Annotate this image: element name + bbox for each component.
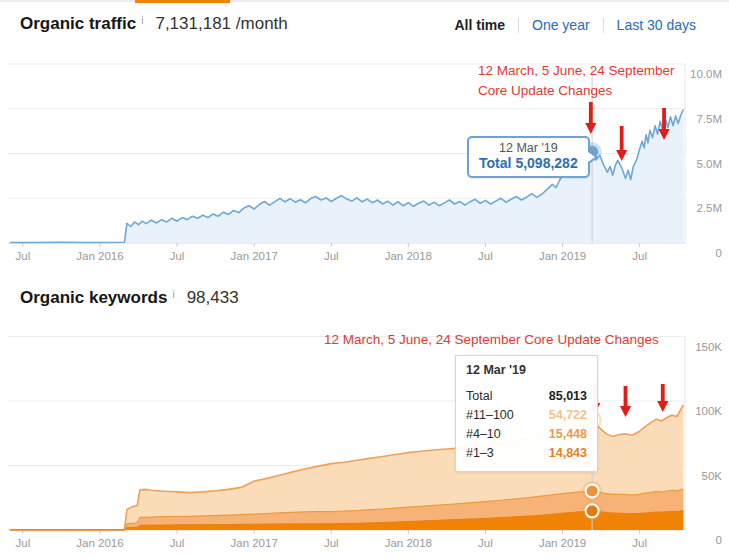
keywords-value: 98,433 — [187, 288, 239, 308]
info-icon[interactable]: i — [172, 289, 174, 300]
x-axis-label: Jul — [324, 537, 339, 549]
keywords-header: Organic keywords i 98,433 — [20, 288, 239, 308]
tooltip-row: #1–314,843 — [466, 444, 587, 463]
x-axis-label: Jul — [632, 537, 647, 549]
traffic-tooltip: 12 Mar '19 Total5,098,282 — [467, 136, 590, 178]
traffic-header: Organic traffic i 7,131,181 /month — [20, 14, 288, 34]
keywords-data-point-marker — [586, 484, 599, 497]
analytics-panel: 10.0M7.5M5.0M2.5M0JulJan 2016JulJan 2017… — [0, 0, 729, 559]
keywords-title: Organic keywords — [20, 288, 167, 308]
x-axis-label: Jul — [15, 537, 30, 549]
x-axis-label: Jan 2018 — [385, 537, 432, 549]
time-range-switcher: All time One year Last 30 days — [454, 17, 696, 33]
tooltip-row: #4–1015,448 — [466, 425, 587, 444]
tooltip-date: 12 Mar '19 — [466, 363, 587, 377]
info-icon[interactable]: i — [141, 15, 143, 26]
range-divider — [603, 18, 604, 33]
traffic-value: 7,131,181 /month — [155, 14, 287, 34]
annotation-line-1: 12 March, 5 June, 24 September — [478, 61, 675, 81]
y-axis-label: 150K — [695, 341, 722, 353]
traffic-title: Organic traffic — [20, 14, 136, 34]
tooltip-total: Total5,098,282 — [479, 155, 578, 171]
tooltip-row: #11–10054,722 — [466, 406, 587, 425]
tooltip-row: Total85,013 — [466, 387, 587, 406]
x-axis-label: Jan 2019 — [539, 537, 586, 549]
range-all-time[interactable]: All time — [454, 17, 505, 33]
x-axis-label: Jul — [170, 537, 185, 549]
core-update-annotation-traffic: 12 March, 5 June, 24 September Core Upda… — [478, 61, 675, 101]
tooltip-total-value: 5,098,282 — [515, 155, 577, 171]
x-axis-label: Jan 2016 — [76, 537, 123, 549]
core-update-annotation-keywords: 12 March, 5 June, 24 September Core Upda… — [324, 332, 659, 347]
range-one-year[interactable]: One year — [532, 17, 590, 33]
x-axis-label: Jul — [478, 537, 493, 549]
core-update-arrow-icon — [657, 384, 668, 412]
y-axis-label: 0 — [716, 534, 722, 546]
keywords-tooltip: 12 Mar '19 Total85,013#11–10054,722#4–10… — [455, 355, 598, 472]
annotation-line-2: Core Update Changes — [478, 81, 675, 101]
keywords-tooltip-rows: Total85,013#11–10054,722#4–1015,448#1–31… — [466, 387, 587, 463]
range-last-30-days[interactable]: Last 30 days — [617, 17, 696, 33]
y-axis-label: 50K — [702, 470, 723, 482]
x-axis-label: Jan 2017 — [230, 537, 277, 549]
range-divider — [518, 18, 519, 33]
tooltip-total-label: Total — [479, 155, 511, 171]
y-axis-label: 100K — [695, 405, 722, 417]
tooltip-date: 12 Mar '19 — [479, 141, 578, 155]
keywords-data-point-marker — [586, 504, 599, 517]
